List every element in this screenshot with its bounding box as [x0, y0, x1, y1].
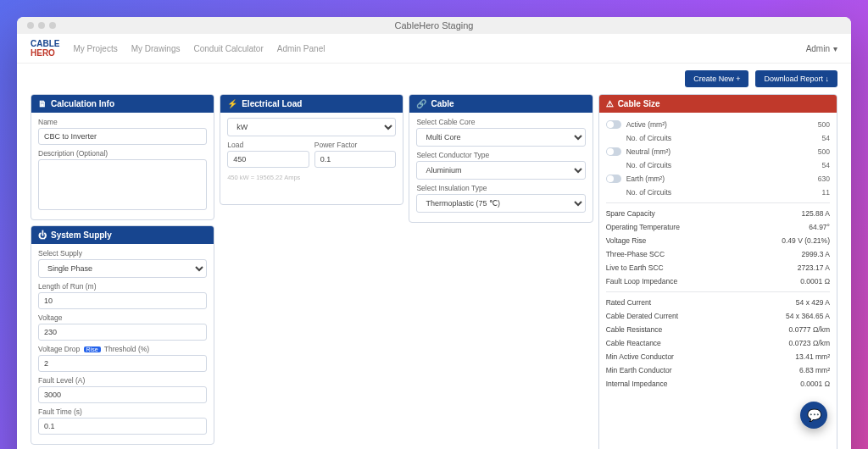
stat-label: Voltage Rise: [606, 236, 647, 245]
stat-row: Spare Capacity125.88 A: [606, 207, 830, 220]
voltage-label: Voltage: [38, 313, 207, 322]
nav-conduit-calculator[interactable]: Conduit Calculator: [193, 44, 263, 53]
pf-label: Power Factor: [314, 141, 397, 149]
load-input[interactable]: [227, 151, 309, 168]
stat-value: 0.0777 Ω/km: [789, 325, 830, 334]
load-label: Load: [227, 141, 309, 149]
fault-level-label: Fault Level (A): [38, 376, 207, 385]
name-input[interactable]: [38, 128, 207, 145]
circuits-value: 54: [822, 161, 830, 169]
stat-label: Fault Loop Impedance: [606, 277, 678, 285]
stat-row: Internal Impedance0.0001 Ω: [606, 377, 830, 391]
conductor-value: 500: [818, 120, 830, 129]
rise-badge[interactable]: Rise: [84, 346, 101, 352]
desc-input[interactable]: [38, 159, 207, 210]
stat-value: 0.0001 Ω: [800, 277, 830, 285]
stat-value: 125.88 A: [801, 209, 830, 218]
electrical-load-header: ⚡ Electrical Load: [220, 95, 403, 113]
link-icon: 🔗: [416, 99, 426, 108]
create-new-button[interactable]: Create New +: [685, 70, 748, 87]
nav-admin-panel[interactable]: Admin Panel: [277, 44, 326, 53]
stat-row: Min Active Conductor13.41 mm²: [606, 350, 830, 363]
stat-value: 2723.17 A: [798, 263, 830, 272]
stat-label: Min Active Conductor: [606, 352, 674, 361]
stat-label: Cable Reactance: [606, 339, 661, 347]
supply-label: Select Supply: [38, 249, 207, 258]
conductor-select[interactable]: Aluminium: [416, 161, 585, 180]
nav-links: My Projects My Drawings Conduit Calculat…: [73, 44, 805, 53]
cable-size-card: ⚠ Cable Size Active (mm²)500No. of Circu…: [598, 94, 837, 449]
logo[interactable]: CABLE HERO: [31, 39, 59, 58]
pf-input[interactable]: [314, 151, 397, 168]
circuits-value: 54: [822, 134, 830, 142]
nav-my-projects[interactable]: My Projects: [73, 44, 117, 53]
system-supply-header: ⏻ System Supply: [31, 226, 214, 244]
length-input[interactable]: [38, 292, 207, 309]
core-label: Select Cable Core: [416, 118, 585, 126]
voltage-drop-input[interactable]: [38, 355, 207, 372]
fault-time-label: Fault Time (s): [38, 407, 207, 416]
stat-value: 54 x 429 A: [796, 298, 830, 307]
titlebar: CableHero Staging: [17, 17, 851, 34]
stat-value: 64.97°: [809, 223, 830, 231]
calculation-info-header: 🗎 Calculation Info: [31, 95, 214, 113]
bolt-icon: ⚡: [227, 99, 237, 108]
unit-select[interactable]: kW: [227, 118, 396, 136]
conductor-name: Active (mm²): [626, 120, 667, 129]
stat-row: Three-Phase SCC2999.3 A: [606, 247, 830, 261]
insulation-label: Select Insulation Type: [416, 184, 585, 192]
conductor-name: Neutral (mm²): [626, 147, 670, 156]
download-report-button[interactable]: Download Report ↓: [755, 70, 837, 87]
circuits-label: No. of Circuits: [626, 161, 671, 169]
stat-value: 0.49 V (0.21%): [782, 236, 830, 245]
conductor-toggle-1[interactable]: [606, 147, 621, 156]
action-bar: Create New + Download Report ↓: [17, 64, 851, 94]
stat-label: Spare Capacity: [606, 209, 655, 218]
column-1: 🗎 Calculation Info Name Description (Opt…: [31, 94, 214, 445]
length-label: Length of Run (m): [38, 282, 207, 291]
stat-value: 0.0723 Ω/km: [789, 339, 830, 347]
stat-row: Fault Loop Impedance0.0001 Ω: [606, 274, 830, 288]
load-hint: 450 kW = 19565.22 Amps: [227, 174, 396, 181]
supply-select[interactable]: Single Phase: [38, 259, 207, 278]
info-icon: 🗎: [38, 99, 47, 108]
chat-icon: 💬: [807, 408, 821, 422]
conductor-value: 630: [818, 175, 830, 183]
insulation-select[interactable]: Thermoplastic (75 ℃): [416, 194, 585, 213]
core-select[interactable]: Multi Core: [416, 128, 585, 147]
circuits-value: 11: [822, 188, 830, 197]
stat-row: Cable Reactance0.0723 Ω/km: [606, 336, 830, 350]
stat-value: 6.83 mm²: [799, 366, 830, 374]
navbar: CABLE HERO My Projects My Drawings Condu…: [17, 34, 851, 64]
fault-level-input[interactable]: [38, 386, 207, 403]
stat-row: Cable Derated Current54 x 364.65 A: [606, 309, 830, 323]
stat-value: 2999.3 A: [801, 250, 830, 258]
stat-row: Voltage Rise0.49 V (0.21%): [606, 234, 830, 247]
circuits-label: No. of Circuits: [626, 188, 671, 197]
stat-value: 54 x 364.65 A: [786, 312, 830, 320]
cable-header: 🔗 Cable: [409, 95, 592, 113]
stat-row: Operating Temperature64.97°: [606, 220, 830, 234]
stat-label: Min Earth Conductor: [606, 366, 672, 374]
stat-label: Live to Earth SCC: [606, 263, 664, 272]
chat-fab[interactable]: 💬: [800, 402, 827, 429]
electrical-load-card: ⚡ Electrical Load kW Load Power Factor: [220, 94, 403, 205]
stat-label: Three-Phase SCC: [606, 250, 665, 258]
conductor-toggle-0[interactable]: [606, 120, 621, 129]
conductor-name: Earth (mm²): [626, 175, 665, 183]
name-label: Name: [38, 118, 207, 126]
calculation-info-card: 🗎 Calculation Info Name Description (Opt…: [31, 94, 214, 220]
cable-card: 🔗 Cable Select Cable Core Multi Core Sel…: [409, 94, 593, 223]
stat-label: Internal Impedance: [606, 380, 668, 388]
voltage-input[interactable]: [38, 324, 207, 341]
nav-my-drawings[interactable]: My Drawings: [131, 44, 181, 53]
chevron-down-icon: ▾: [833, 44, 837, 53]
conductor-toggle-2[interactable]: [606, 175, 621, 183]
stat-label: Cable Resistance: [606, 325, 663, 334]
power-icon: ⏻: [38, 230, 47, 240]
user-menu[interactable]: Admin ▾: [806, 44, 837, 53]
window-title: CableHero Staging: [17, 20, 851, 30]
system-supply-card: ⏻ System Supply Select Supply Single Pha…: [31, 225, 214, 445]
fault-time-input[interactable]: [38, 418, 207, 435]
stat-row: Rated Current54 x 429 A: [606, 296, 830, 309]
